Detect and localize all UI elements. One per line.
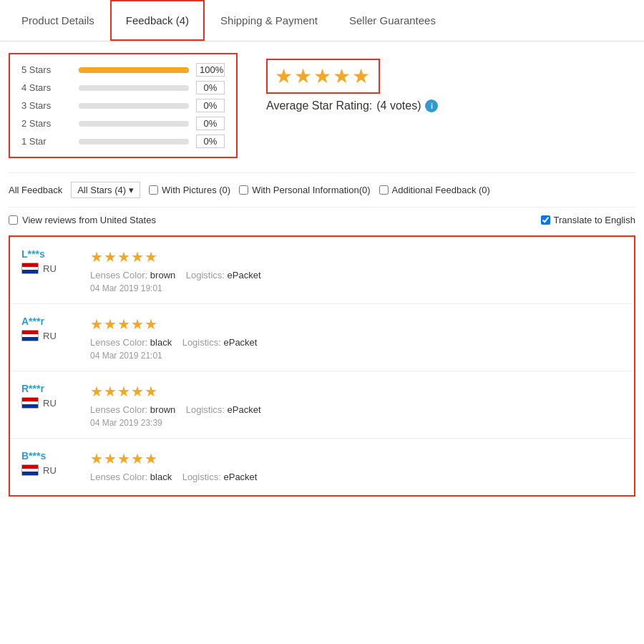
review-header: A***r RU ★★★★★ Lenses Color: black Logis… bbox=[21, 316, 623, 361]
country-flag bbox=[21, 263, 39, 274]
chevron-down-icon: ▾ bbox=[129, 185, 134, 195]
reviewer-info: B***s RU bbox=[21, 450, 79, 476]
country-code: RU bbox=[43, 465, 57, 476]
review-date: 04 Mar 2019 23:39 bbox=[90, 418, 623, 428]
logistics-label: Logistics: bbox=[186, 404, 225, 415]
star-row-1: 1 Star 0% bbox=[21, 135, 225, 148]
country-code: RU bbox=[43, 398, 57, 409]
with-pictures-label: With Pictures (0) bbox=[162, 185, 230, 195]
tabs-container: Product Details Feedback (4) Shipping & … bbox=[0, 0, 644, 42]
country-flag bbox=[21, 330, 39, 341]
review-stars: ★★★★★ bbox=[90, 450, 623, 467]
review-item: A***r RU ★★★★★ Lenses Color: black Logis… bbox=[10, 304, 634, 371]
review-item: L***s RU ★★★★★ Lenses Color: brown Logis… bbox=[10, 237, 634, 304]
translate-input[interactable] bbox=[541, 215, 550, 225]
review-details: ★★★★★ Lenses Color: black Logistics: ePa… bbox=[90, 450, 623, 485]
avg-text-line: Average Star Rating: (4 votes) i bbox=[266, 99, 438, 112]
view-from-us-checkbox[interactable]: View reviews from United States bbox=[9, 215, 156, 225]
tab-product-details[interactable]: Product Details bbox=[6, 0, 110, 41]
rating-section: 5 Stars 100% 4 Stars 0% 3 Stars 0% bbox=[9, 53, 635, 158]
reviewer-country: RU bbox=[21, 263, 79, 274]
with-pictures-checkbox[interactable]: With Pictures (0) bbox=[149, 185, 230, 195]
reviewer-name[interactable]: B***s bbox=[21, 450, 79, 462]
star-1-pct: 0% bbox=[196, 135, 225, 148]
reviewer-info: A***r RU bbox=[21, 316, 79, 341]
with-pictures-input[interactable] bbox=[149, 185, 158, 195]
star-3-pct: 0% bbox=[196, 99, 225, 112]
star-5-bar-fill bbox=[79, 67, 189, 73]
additional-feedback-checkbox[interactable]: Additional Feedback (0) bbox=[379, 185, 490, 195]
lenses-color-value: brown bbox=[150, 404, 175, 415]
star-row-5: 5 Stars 100% bbox=[21, 63, 225, 77]
lenses-color-label: Lenses Color: bbox=[90, 404, 147, 415]
view-right-options: Translate to English bbox=[541, 215, 635, 225]
with-personal-info-checkbox[interactable]: With Personal Information(0) bbox=[239, 185, 370, 195]
star-2-pct: 0% bbox=[196, 117, 225, 130]
avg-stars-display: ★★★★★ bbox=[275, 65, 371, 87]
reviewer-name[interactable]: L***s bbox=[21, 248, 79, 260]
review-stars: ★★★★★ bbox=[90, 383, 623, 400]
avg-text-label: Average Star Rating: bbox=[266, 99, 372, 112]
review-header: R***r RU ★★★★★ Lenses Color: brown Logis… bbox=[21, 383, 623, 428]
star-row-4: 4 Stars 0% bbox=[21, 81, 225, 94]
logistics-value: ePacket bbox=[228, 404, 261, 415]
star-5-bar-container bbox=[79, 67, 189, 73]
tab-feedback[interactable]: Feedback (4) bbox=[110, 0, 205, 41]
review-stars: ★★★★★ bbox=[90, 248, 623, 265]
reviewer-name[interactable]: R***r bbox=[21, 383, 79, 394]
reviewer-info: R***r RU bbox=[21, 383, 79, 409]
review-item: B***s RU ★★★★★ Lenses Color: black Logis… bbox=[10, 439, 634, 495]
stars-breakdown: 5 Stars 100% 4 Stars 0% 3 Stars 0% bbox=[9, 53, 238, 158]
all-stars-label: All Stars (4) bbox=[77, 185, 126, 195]
additional-feedback-input[interactable] bbox=[379, 185, 389, 195]
info-icon[interactable]: i bbox=[425, 99, 438, 112]
star-5-label: 5 Stars bbox=[21, 64, 72, 75]
country-code: RU bbox=[43, 331, 57, 341]
with-personal-info-label: With Personal Information(0) bbox=[252, 185, 370, 195]
review-date: 04 Mar 2019 19:01 bbox=[90, 283, 623, 293]
view-from-us-label: View reviews from United States bbox=[22, 215, 156, 225]
with-personal-info-input[interactable] bbox=[239, 185, 248, 195]
star-row-2: 2 Stars 0% bbox=[21, 117, 225, 130]
review-meta: Lenses Color: black Logistics: ePacket bbox=[90, 472, 623, 482]
lenses-color-label: Lenses Color: bbox=[90, 337, 147, 348]
avg-stars-box: ★★★★★ bbox=[266, 59, 380, 94]
all-stars-dropdown[interactable]: All Stars (4) ▾ bbox=[71, 182, 140, 198]
star-3-label: 3 Stars bbox=[21, 100, 72, 111]
reviewer-name[interactable]: A***r bbox=[21, 316, 79, 327]
country-flag bbox=[21, 464, 39, 476]
review-item: R***r RU ★★★★★ Lenses Color: brown Logis… bbox=[10, 371, 634, 439]
view-options: View reviews from United States Translat… bbox=[9, 208, 635, 235]
review-date: 04 Mar 2019 21:01 bbox=[90, 351, 623, 361]
logistics-value: ePacket bbox=[223, 472, 257, 482]
votes-text: (4 votes) bbox=[376, 99, 421, 112]
review-header: L***s RU ★★★★★ Lenses Color: brown Logis… bbox=[21, 248, 623, 293]
star-row-3: 3 Stars 0% bbox=[21, 99, 225, 112]
lenses-color-value: brown bbox=[150, 270, 175, 280]
review-meta: Lenses Color: brown Logistics: ePacket bbox=[90, 270, 623, 280]
additional-feedback-label: Additional Feedback (0) bbox=[392, 185, 490, 195]
view-from-us-input[interactable] bbox=[9, 215, 18, 225]
lenses-color-label: Lenses Color: bbox=[90, 270, 147, 280]
country-flag bbox=[21, 397, 39, 409]
all-feedback-btn[interactable]: All Feedback bbox=[9, 185, 62, 195]
lenses-color-label: Lenses Color: bbox=[90, 472, 147, 482]
star-2-label: 2 Stars bbox=[21, 118, 72, 129]
reviewer-info: L***s RU bbox=[21, 248, 79, 274]
star-4-bar-container bbox=[79, 85, 189, 91]
tab-bar: Product Details Feedback (4) Shipping & … bbox=[0, 0, 644, 42]
translate-checkbox[interactable]: Translate to English bbox=[541, 215, 635, 225]
logistics-value: ePacket bbox=[223, 337, 257, 348]
reviewer-country: RU bbox=[21, 330, 79, 341]
translate-label: Translate to English bbox=[554, 215, 635, 225]
filters-bar: All Feedback All Stars (4) ▾ With Pictur… bbox=[9, 172, 635, 208]
logistics-label: Logistics: bbox=[186, 270, 225, 280]
review-stars: ★★★★★ bbox=[90, 316, 623, 333]
tab-seller-guarantees[interactable]: Seller Guarantees bbox=[333, 0, 452, 41]
reviewer-country: RU bbox=[21, 397, 79, 409]
tab-shipping-payment[interactable]: Shipping & Payment bbox=[205, 0, 333, 41]
star-2-bar-container bbox=[79, 121, 189, 127]
review-details: ★★★★★ Lenses Color: brown Logistics: ePa… bbox=[90, 383, 623, 428]
logistics-value: ePacket bbox=[228, 270, 261, 280]
review-meta: Lenses Color: black Logistics: ePacket bbox=[90, 337, 623, 348]
